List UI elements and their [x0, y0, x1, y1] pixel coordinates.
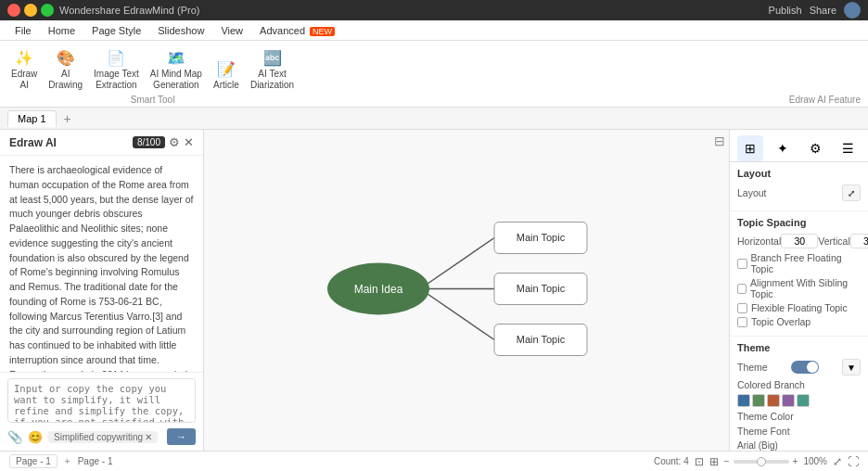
theme-color-label: Theme Color [737, 411, 794, 422]
canvas-area[interactable]: Main Idea Main Topic Main Topic Main Top… [204, 130, 729, 451]
swatch-5[interactable] [797, 394, 810, 407]
menu-advanced[interactable]: Advanced NEW [252, 23, 342, 38]
menu-slideshow[interactable]: Slideshow [150, 23, 211, 38]
topic-spacing-section: Topic Spacing Horizontal Vertical Branch… [730, 211, 868, 337]
title-bar: Wondershare EdrawMind (Pro) Publish Shar… [0, 0, 868, 20]
svg-line-0 [420, 238, 494, 289]
share-button[interactable]: Share [810, 5, 836, 16]
emoji-icon[interactable]: 😊 [28, 430, 43, 444]
page-indicator[interactable]: Page - 1 [9, 454, 57, 468]
horizontal-label: Horizontal [737, 236, 781, 247]
right-panel-tabs: ⊞ ✦ ⚙ ☰ [730, 130, 868, 162]
footer-tag[interactable]: Simplified copywriting ✕ [48, 431, 158, 443]
grid-icon[interactable]: ⊞ [709, 455, 719, 468]
alignment-checkbox[interactable] [737, 284, 747, 294]
left-panel-body: There is archaeological evidence of huma… [0, 156, 203, 372]
topic-spacing-title: Topic Spacing [737, 217, 861, 228]
main-area: Edraw AI 8/100 ⚙ ✕ There is archaeologic… [0, 130, 868, 451]
svg-line-2 [420, 289, 494, 340]
status-bar: Page - 1 + Page - 1 Count: 4 ⊡ ⊞ − + 100… [0, 451, 868, 471]
maximize-icon[interactable] [41, 4, 54, 17]
tab-bar: Map 1 + [0, 108, 868, 130]
swatch-1[interactable] [737, 394, 750, 407]
add-page-btn[interactable]: + [65, 456, 70, 466]
fit-window-btn[interactable]: ⤢ [833, 455, 842, 468]
right-panel: ⊞ ✦ ⚙ ☰ Layout Layout ⤢ Topic Spacing Ho… [729, 130, 868, 451]
ribbon-group-label: Smart Tool [131, 95, 175, 105]
layout-expand-btn[interactable]: ⤢ [842, 185, 861, 201]
close-panel-icon[interactable]: ✕ [184, 135, 194, 149]
menu-file[interactable]: File [7, 23, 39, 38]
svg-text:Main Topic: Main Topic [517, 232, 566, 243]
publish-button[interactable]: Publish [769, 5, 802, 16]
ai-mind-map-icon: 🗺️ [165, 46, 187, 69]
rp-tab-layout[interactable]: ⊞ [737, 135, 763, 161]
ribbon-article[interactable]: 📝 Article [210, 56, 243, 93]
branch-free-label: Branch Free Floating Topic [751, 252, 861, 274]
page-label: Page - 1 [78, 456, 113, 466]
topic-overlap-label: Topic Overlap [751, 316, 811, 327]
article-icon: 📝 [215, 57, 237, 80]
token-badge: 8/100 [133, 136, 165, 148]
ribbon-ai-drawing[interactable]: 🎨 AIDrawing [45, 45, 86, 93]
count-label: Count: 4 [654, 456, 689, 466]
zoom-in-btn[interactable]: + [793, 456, 798, 466]
minimize-icon[interactable] [24, 4, 37, 17]
ai-drawing-icon: 🎨 [55, 46, 77, 69]
ribbon-image-text[interactable]: 📄 Image TextExtraction [90, 45, 143, 93]
left-panel-title: Edraw AI [9, 136, 57, 149]
zoom-out-btn[interactable]: − [724, 456, 730, 466]
zoom-level: 100% [803, 456, 827, 466]
add-tab-button[interactable]: + [60, 111, 75, 126]
collapse-panel-btn[interactable]: ⊟ [714, 134, 725, 148]
swatch-2[interactable] [752, 394, 765, 407]
topic-overlap-row: Topic Overlap [737, 316, 861, 327]
flexible-checkbox[interactable] [737, 303, 747, 313]
ribbon-ai-text[interactable]: 🔤 AI TextDiarization [247, 45, 298, 93]
menu-page-style[interactable]: Page Style [84, 23, 148, 38]
ribbon-edraw-ai[interactable]: ✨ EdrawAI [7, 45, 41, 93]
send-button[interactable]: → [167, 428, 196, 445]
left-panel: Edraw AI 8/100 ⚙ ✕ There is archaeologic… [0, 130, 204, 451]
theme-expand-btn[interactable]: ▼ [842, 359, 861, 376]
theme-section: Theme Theme ▼ Colored Branch Theme Color [730, 337, 868, 451]
menu-view[interactable]: View [213, 23, 250, 38]
rp-tab-settings[interactable]: ⚙ [802, 135, 828, 161]
menu-home[interactable]: Home [41, 23, 83, 38]
swatch-4[interactable] [782, 394, 795, 407]
image-text-icon: 📄 [105, 46, 127, 69]
flexible-label: Flexible Floating Topic [751, 302, 848, 313]
tab-map1[interactable]: Map 1 [7, 110, 57, 127]
horizontal-input[interactable] [781, 234, 818, 248]
fit-icon[interactable]: ⊡ [695, 455, 704, 468]
settings-icon[interactable]: ⚙ [169, 135, 180, 149]
theme-section-title: Theme [737, 342, 861, 353]
theme-toggle-knob [807, 362, 818, 373]
svg-text:Main Topic: Main Topic [517, 334, 566, 345]
message-block-1: There is archaeological evidence of huma… [0, 156, 203, 372]
rp-tab-style[interactable]: ✦ [770, 135, 796, 161]
rp-tab-more[interactable]: ☰ [835, 135, 861, 161]
vertical-input[interactable] [850, 234, 868, 248]
zoom-knob[interactable] [757, 457, 766, 466]
alignment-row: Alignment With Sibling Topic [737, 277, 861, 299]
swatch-3[interactable] [767, 394, 780, 407]
colored-branch-label: Colored Branch [737, 379, 805, 390]
flexible-row: Flexible Floating Topic [737, 302, 861, 313]
attach-icon[interactable]: 📎 [7, 430, 22, 444]
chat-input[interactable] [7, 378, 196, 423]
branch-free-checkbox[interactable] [737, 259, 747, 269]
topic-overlap-checkbox[interactable] [737, 317, 747, 327]
theme-toggle[interactable] [791, 361, 819, 374]
ai-text-icon: 🔤 [262, 46, 284, 69]
ribbon-ai-mind-map[interactable]: 🗺️ AI Mind MapGeneration [147, 45, 206, 93]
branch-free-row: Branch Free Floating Topic [737, 252, 861, 274]
mind-map-svg: Main Idea Main Topic Main Topic Main Top… [290, 197, 643, 382]
fullscreen-btn[interactable]: ⛶ [848, 455, 859, 468]
alignment-label: Alignment With Sibling Topic [750, 277, 861, 299]
layout-section-title: Layout [737, 168, 861, 179]
footer-tag-close[interactable]: ✕ [145, 432, 152, 442]
close-icon[interactable] [7, 4, 20, 17]
message-text-1: There is archaeological evidence of huma… [9, 163, 194, 372]
profile-icon[interactable] [844, 2, 861, 19]
